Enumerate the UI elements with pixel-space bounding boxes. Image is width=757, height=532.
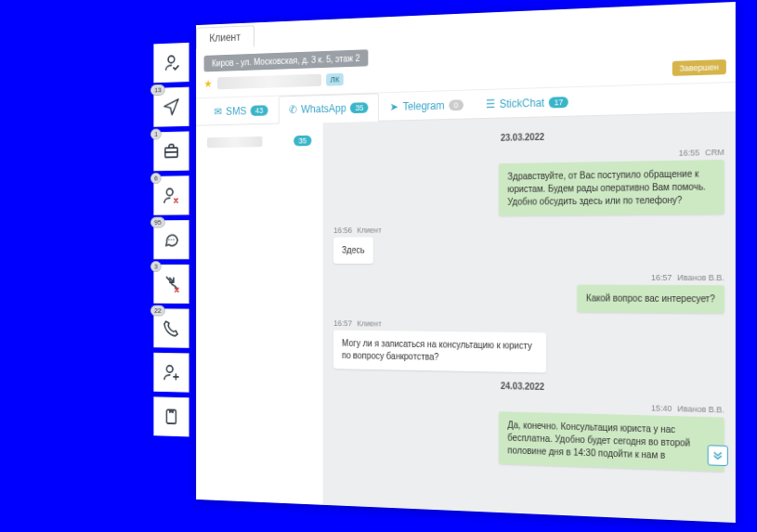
sidebar-item-briefcase[interactable]: 1 <box>153 131 189 171</box>
message-in: 16:57Клиент Могу ли я записаться на конс… <box>333 318 724 376</box>
tab-sms[interactable]: ✉ SMS 43 <box>204 97 279 125</box>
star-icon: ★ <box>204 78 213 90</box>
card-icon <box>162 407 180 428</box>
tab-count: 43 <box>251 105 268 116</box>
tab-count: 35 <box>350 102 369 113</box>
thread-name-redacted <box>207 136 263 148</box>
svg-point-1 <box>168 239 169 240</box>
whatsapp-icon: ✆ <box>289 103 297 115</box>
msg-sender: Иванов В.В. <box>677 273 724 282</box>
thread-list: 35 <box>196 123 323 505</box>
chat-area: 23.03.2022 16:55CRM Здравствуйте, от Вас… <box>324 112 736 523</box>
msg-bubble[interactable]: Могу ли я записаться на консультацию к ю… <box>333 331 546 373</box>
tab-whatsapp[interactable]: ✆ WhatsApp 35 <box>279 93 380 123</box>
lk-chip[interactable]: ЛК <box>326 73 344 86</box>
tab-count: 17 <box>549 97 568 108</box>
missed-call-icon <box>162 274 180 294</box>
user-add-icon <box>162 362 180 383</box>
sidebar-item-card[interactable] <box>153 396 189 436</box>
sms-icon: ✉ <box>215 106 222 118</box>
date-separator: 23.03.2022 <box>333 128 724 147</box>
tab-count: 0 <box>449 99 463 110</box>
svg-point-2 <box>171 239 172 240</box>
tab-stickchat[interactable]: ☰ StickChat 17 <box>475 87 581 118</box>
main-panel: Клиент Киров - ул. Московская, д. 3 к. 5… <box>196 2 736 523</box>
user-remove-icon <box>162 185 180 205</box>
svg-point-3 <box>173 239 174 240</box>
date-separator: 24.03.2022 <box>333 378 724 396</box>
tab-client[interactable]: Клиент <box>196 25 254 49</box>
message-out: 16:57Иванов В.В. Какой вопрос вас интере… <box>333 272 724 313</box>
msg-bubble[interactable]: Здесь <box>333 237 372 264</box>
status-chip[interactable]: Завершен <box>672 59 725 76</box>
client-name-redacted <box>217 74 321 90</box>
msg-time: 16:57 <box>333 318 352 328</box>
msg-bubble[interactable]: Какой вопрос вас интересует? <box>577 285 724 314</box>
scroll-down-button[interactable] <box>708 445 728 466</box>
sidebar-item-add-user[interactable] <box>153 353 189 393</box>
sidebar-badge: 22 <box>150 305 165 317</box>
user-check-icon <box>162 52 180 73</box>
msg-bubble[interactable]: Да, конечно. Консультация юриста у нас б… <box>499 411 724 472</box>
chat-bubble-icon <box>162 229 180 250</box>
thread-item[interactable]: 35 <box>202 130 317 153</box>
telegram-icon: ➤ <box>390 100 398 113</box>
msg-sender: Клиент <box>357 319 381 329</box>
sidebar-badge: 6 <box>150 173 162 184</box>
paper-plane-icon <box>162 97 180 118</box>
sidebar-item-phone[interactable]: 22 <box>153 308 189 348</box>
sidebar-item-contacts[interactable] <box>153 43 189 84</box>
tab-label: WhatsApp <box>301 102 346 116</box>
msg-sender: CRM <box>705 148 724 157</box>
msg-time: 16:57 <box>651 273 672 282</box>
sidebar-item-user-remove[interactable]: 6 <box>153 175 189 215</box>
stickchat-icon: ☰ <box>486 97 495 110</box>
sidebar-badge: 13 <box>150 84 165 96</box>
message-out: 16:55CRM Здравствуйте, от Вас поступило … <box>333 148 724 217</box>
message-out: 15:40Иванов В.В. Да, конечно. Консультац… <box>333 396 724 472</box>
tab-label: StickChat <box>500 97 544 110</box>
sidebar-badge: 3 <box>150 261 162 272</box>
content-row: 35 23.03.2022 16:55CRM Здравствуйте, от … <box>196 112 736 523</box>
sidebar-item-chat[interactable]: 95 <box>153 220 189 259</box>
msg-time: 16:56 <box>333 226 352 235</box>
tab-telegram[interactable]: ➤ Telegram 0 <box>379 90 474 121</box>
thread-count: 35 <box>294 136 311 147</box>
msg-sender: Иванов В.В. <box>677 404 724 414</box>
msg-sender: Клиент <box>357 226 381 235</box>
left-sidebar: 13 1 6 95 3 22 <box>153 43 189 437</box>
sidebar-item-missed-call[interactable]: 3 <box>153 265 189 304</box>
tab-label: Telegram <box>403 99 445 113</box>
briefcase-icon <box>162 141 180 162</box>
address-chip[interactable]: Киров - ул. Московская, д. 3 к. 5, этаж … <box>204 49 369 71</box>
msg-bubble[interactable]: Здравствуйте, от Вас поступило обращение… <box>499 160 724 215</box>
chevron-double-down-icon <box>711 448 724 462</box>
sidebar-badge: 1 <box>150 128 162 139</box>
message-in: 16:56Клиент Здесь <box>333 224 724 264</box>
tab-label: SMS <box>226 105 246 118</box>
msg-time: 16:55 <box>679 148 699 157</box>
phone-icon <box>162 318 180 338</box>
msg-time: 15:40 <box>651 404 672 414</box>
sidebar-badge: 95 <box>150 217 165 228</box>
sidebar-item-send[interactable]: 13 <box>153 87 189 127</box>
